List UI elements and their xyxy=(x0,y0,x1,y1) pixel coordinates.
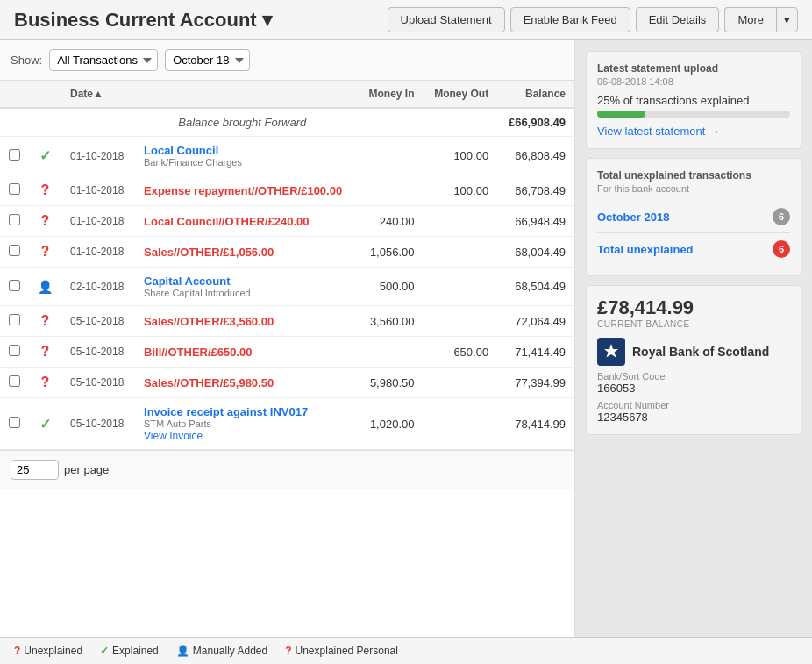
row-desc-sub: STM Auto Parts xyxy=(144,418,349,429)
row-checkbox[interactable] xyxy=(9,280,20,291)
question-icon: ? xyxy=(41,244,50,259)
row-checkbox[interactable] xyxy=(9,417,20,428)
row-desc-main[interactable]: Expense repayment//OTHER/£100.00 xyxy=(144,184,342,197)
balance-forward-row: Balance brought Forward £66,908.49 xyxy=(0,108,574,137)
balance-amount: £78,414.99 xyxy=(597,296,790,319)
per-page-label: per page xyxy=(64,463,109,476)
unexplained-item-oct: October 2018 6 xyxy=(597,201,790,233)
row-checkbox[interactable] xyxy=(9,214,20,225)
account-number-value: 12345678 xyxy=(597,411,790,424)
unexplained-item-total: Total unexplained 6 xyxy=(597,233,790,265)
row-money-in xyxy=(358,137,423,175)
table-row: 👤02-10-2018Capital AccountShare Capital … xyxy=(0,268,574,306)
row-money-in: 1,056.00 xyxy=(358,237,423,268)
table-row: ?01-10-2018Expense repayment//OTHER/£100… xyxy=(0,175,574,206)
row-checkbox[interactable] xyxy=(9,183,20,195)
toolbar: Show: All Transactions October 18 xyxy=(0,40,574,81)
enable-bank-feed-button[interactable]: Enable Bank Feed xyxy=(510,7,630,32)
col-money-in: Money In xyxy=(358,81,423,108)
bank-name: Royal Bank of Scotland xyxy=(632,345,769,359)
row-desc-sub: Bank/Finance Charges xyxy=(144,157,349,168)
more-button-group: More ▾ xyxy=(724,7,798,32)
unexplained-legend-label: Unexplained xyxy=(24,645,82,657)
row-date: 05-10-2018 xyxy=(61,337,135,368)
balance-card: £78,414.99 CURRENT BALANCE Royal Bank of… xyxy=(586,285,801,435)
row-desc-main[interactable]: Local Council xyxy=(144,144,218,157)
row-desc-sub: Share Capital Introduced xyxy=(144,288,349,298)
row-checkbox[interactable] xyxy=(9,345,20,356)
row-money-out: 650.00 xyxy=(424,337,498,368)
page-title: Business Current Account ▾ xyxy=(14,9,272,32)
balance-forward-amount: £66,908.49 xyxy=(497,108,574,137)
upload-statement-button[interactable]: Upload Statement xyxy=(388,7,505,32)
person-icon: 👤 xyxy=(38,280,53,294)
question-icon: ? xyxy=(41,344,50,359)
row-desc-main[interactable]: Sales//OTHER/£3,560.00 xyxy=(144,315,274,328)
question-icon: ? xyxy=(41,182,50,197)
view-statement-link[interactable]: View latest statement → xyxy=(597,125,720,138)
row-status: ? xyxy=(29,306,61,337)
unexplained-total-badge: 6 xyxy=(773,240,790,258)
row-date: 05-10-2018 xyxy=(61,398,135,450)
unexplained-personal-icon: ? xyxy=(285,645,291,657)
col-balance: Balance xyxy=(497,81,574,108)
statement-card: Latest statement upload 06-08-2018 14:08… xyxy=(586,51,801,149)
table-row: ?05-10-2018Sales//OTHER/£5,980.505,980.5… xyxy=(0,368,574,398)
more-dropdown-button[interactable]: ▾ xyxy=(776,7,798,32)
filter-select[interactable]: All Transactions xyxy=(49,49,158,71)
bank-row: Royal Bank of Scotland xyxy=(597,338,790,366)
col-checkbox xyxy=(0,81,29,108)
col-date[interactable]: Date▲ xyxy=(61,81,135,108)
show-label: Show: xyxy=(11,54,42,67)
row-desc-main[interactable]: Capital Account xyxy=(144,275,230,288)
row-description: Local CouncilBank/Finance Charges xyxy=(135,137,358,175)
row-description: Invoice receipt against INV017STM Auto P… xyxy=(135,398,358,450)
main-content: Show: All Transactions October 18 Date▲ … xyxy=(0,40,812,637)
row-desc-main[interactable]: Bill//OTHER/£650.00 xyxy=(144,346,253,359)
pagination: 25 per page xyxy=(0,450,574,489)
row-money-in: 500.00 xyxy=(358,268,423,306)
footer-legend: ? Unexplained ✓ Explained 👤 Manually Add… xyxy=(0,637,812,664)
row-balance: 66,808.49 xyxy=(497,137,574,175)
row-date: 01-10-2018 xyxy=(61,137,135,175)
title-dropdown-arrow[interactable]: ▾ xyxy=(262,9,272,32)
row-status: ✓ xyxy=(29,398,61,450)
row-desc-link[interactable]: View Invoice xyxy=(144,430,203,442)
unexplained-oct-label[interactable]: October 2018 xyxy=(597,211,669,224)
row-checkbox[interactable] xyxy=(9,149,20,161)
transactions-panel: Show: All Transactions October 18 Date▲ … xyxy=(0,40,575,637)
row-description: Expense repayment//OTHER/£100.00 xyxy=(135,175,358,206)
date-sort-arrow: ▲ xyxy=(93,88,103,100)
unexplained-total-label[interactable]: Total unexplained xyxy=(597,243,694,256)
question-icon: ? xyxy=(41,213,50,228)
per-page-select[interactable]: 25 xyxy=(11,460,59,480)
row-status: ? xyxy=(29,237,61,268)
row-balance: 77,394.99 xyxy=(497,368,574,398)
progress-bar-bg xyxy=(597,111,790,118)
row-money-out: 100.00 xyxy=(424,175,498,206)
row-description: Sales//OTHER/£5,980.50 xyxy=(135,368,358,398)
transactions-table: Date▲ Money In Money Out Balance Balance… xyxy=(0,81,574,450)
row-status: ✓ xyxy=(29,137,61,175)
account-number-label: Account Number xyxy=(597,400,790,411)
table-row: ?05-10-2018Sales//OTHER/£3,560.003,560.0… xyxy=(0,306,574,337)
row-money-out: 100.00 xyxy=(424,137,498,175)
more-button[interactable]: More xyxy=(724,7,776,32)
row-desc-main[interactable]: Sales//OTHER/£1,056.00 xyxy=(144,246,274,259)
row-checkbox[interactable] xyxy=(9,375,20,387)
explained-legend-label: Explained xyxy=(112,645,159,657)
row-checkbox[interactable] xyxy=(9,245,20,256)
page-header: Business Current Account ▾ Upload Statem… xyxy=(0,0,812,40)
row-desc-main[interactable]: Invoice receipt against INV017 xyxy=(144,405,308,418)
period-select[interactable]: October 18 xyxy=(165,49,250,71)
row-desc-main[interactable]: Sales//OTHER/£5,980.50 xyxy=(144,376,274,389)
legend-unexplained-personal: ? Unexplained Personal xyxy=(285,645,398,657)
table-row: ?05-10-2018Bill//OTHER/£650.00650.0071,4… xyxy=(0,337,574,368)
row-desc-main[interactable]: Local Council//OTHER/£240.00 xyxy=(144,215,310,228)
row-status: ? xyxy=(29,368,61,398)
row-checkbox[interactable] xyxy=(9,314,20,325)
edit-details-button[interactable]: Edit Details xyxy=(636,7,720,32)
manually-added-legend-label: Manually Added xyxy=(193,645,267,657)
row-description: Bill//OTHER/£650.00 xyxy=(135,337,358,368)
check-icon: ✓ xyxy=(39,148,51,163)
